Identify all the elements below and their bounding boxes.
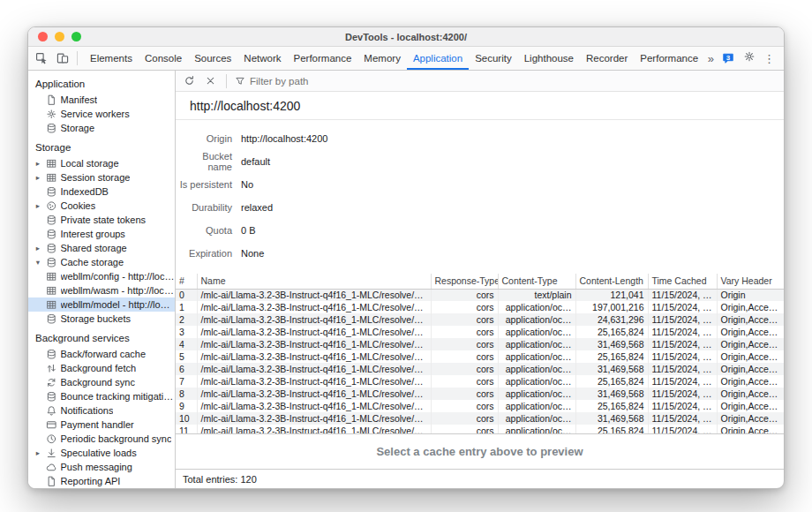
cell-response-type[interactable]: cors — [431, 289, 498, 301]
cell-content-type[interactable]: application/oc… — [498, 313, 575, 326]
cell-name[interactable]: /mlc-ai/Llama-3.2-3B-Instruct-q4f16_1-ML… — [197, 388, 431, 400]
cell-content-length[interactable]: 25,165,824 — [575, 375, 648, 388]
tab-performance-insights[interactable]: Performance insights — [634, 47, 698, 70]
tab-lighthouse[interactable]: Lighthouse — [518, 47, 580, 70]
table-row[interactable]: 2 /mlc-ai/Llama-3.2-3B-Instruct-q4f16_1-… — [176, 313, 784, 326]
sidebar-item-indexeddb[interactable]: IndexedDB — [28, 184, 175, 199]
sidebar-item-background-fetch[interactable]: Background fetch — [28, 361, 175, 375]
cell-index[interactable]: 3 — [176, 326, 197, 338]
sidebar-item-session-storage[interactable]: ▸Session storage — [28, 170, 175, 184]
cell-name[interactable]: /mlc-ai/Llama-3.2-3B-Instruct-q4f16_1-ML… — [197, 400, 431, 412]
cell-content-length[interactable]: 31,469,568 — [575, 363, 648, 375]
cell-vary-header[interactable]: Origin,Access… — [717, 350, 784, 363]
cell-name[interactable]: /mlc-ai/Llama-3.2-3B-Instruct-q4f16_1-ML… — [197, 338, 431, 350]
cell-index[interactable]: 0 — [176, 289, 197, 301]
cell-content-length[interactable]: 31,469,568 — [575, 338, 648, 350]
cell-vary-header[interactable]: Origin,Access… — [717, 301, 784, 313]
cell-index[interactable]: 4 — [176, 338, 197, 350]
sidebar-item-interest-groups[interactable]: Interest groups — [28, 227, 175, 241]
cell-index[interactable]: 1 — [176, 301, 197, 313]
sidebar-item-webllm-wasm[interactable]: webllm/wasm - http://loca… — [28, 283, 175, 297]
disclosure-arrow-icon[interactable]: ▸ — [34, 449, 42, 457]
cell-response-type[interactable]: cors — [431, 388, 498, 400]
more-tabs-chevron[interactable]: » — [708, 52, 713, 65]
table-row[interactable]: 10 /mlc-ai/Llama-3.2-3B-Instruct-q4f16_1… — [176, 412, 784, 425]
cell-vary-header[interactable]: Origin,Access… — [717, 375, 784, 388]
cell-vary-header[interactable]: Origin,Access… — [717, 412, 784, 425]
cell-index[interactable]: 11 — [176, 425, 197, 434]
cell-time-cached[interactable]: 11/15/2024, 10… — [648, 301, 717, 313]
cell-vary-header[interactable]: Origin,Access… — [717, 363, 784, 375]
table-row[interactable]: 3 /mlc-ai/Llama-3.2-3B-Instruct-q4f16_1-… — [176, 326, 784, 338]
settings-gear-icon[interactable] — [743, 50, 756, 66]
sidebar-item-push-messaging[interactable]: Push messaging — [28, 460, 175, 474]
cell-index[interactable]: 8 — [176, 388, 197, 400]
column-header-vary-header[interactable]: Vary Header — [717, 274, 784, 289]
cell-response-type[interactable]: cors — [431, 375, 498, 388]
cell-time-cached[interactable]: 11/15/2024, 10… — [648, 363, 717, 375]
close-window-button[interactable] — [38, 32, 48, 41]
cell-vary-header[interactable]: Origin,Access… — [717, 326, 784, 338]
cell-content-type[interactable]: application/oc… — [498, 375, 575, 388]
cell-response-type[interactable]: cors — [431, 412, 498, 425]
sidebar-item-webllm-model[interactable]: webllm/model - http://loc… — [28, 297, 175, 312]
column-header-content-type[interactable]: Content-Type — [498, 274, 575, 289]
refresh-icon[interactable] — [181, 73, 197, 89]
column-header-time-cached[interactable]: Time Cached — [648, 274, 717, 289]
sidebar-item-cookies[interactable]: ▸Cookies — [28, 199, 175, 213]
tab-performance[interactable]: Performance — [288, 47, 358, 70]
cell-vary-header[interactable]: Origin — [717, 289, 784, 301]
tab-network[interactable]: Network — [237, 47, 287, 70]
cell-content-length[interactable]: 31,469,568 — [575, 412, 648, 425]
zoom-window-button[interactable] — [71, 32, 81, 41]
table-row[interactable]: 8 /mlc-ai/Llama-3.2-3B-Instruct-q4f16_1-… — [176, 388, 784, 400]
table-row[interactable]: 9 /mlc-ai/Llama-3.2-3B-Instruct-q4f16_1-… — [176, 400, 784, 412]
cell-response-type[interactable]: cors — [431, 363, 498, 375]
table-row[interactable]: 4 /mlc-ai/Llama-3.2-3B-Instruct-q4f16_1-… — [176, 338, 784, 350]
cell-index[interactable]: 5 — [176, 350, 197, 363]
table-row[interactable]: 0 /mlc-ai/Llama-3.2-3B-Instruct-q4f16_1-… — [176, 289, 784, 301]
cell-content-length[interactable]: 121,041 — [575, 289, 648, 301]
sidebar-item-storage-buckets[interactable]: Storage buckets — [28, 312, 175, 326]
sidebar-item-bounce-tracking-mitigations[interactable]: Bounce tracking mitigations — [28, 389, 175, 403]
sidebar-item-storage[interactable]: Storage — [28, 121, 175, 135]
sidebar-item-cache-storage[interactable]: ▾Cache storage — [28, 255, 175, 269]
cell-content-type[interactable]: application/oc… — [498, 338, 575, 350]
cell-time-cached[interactable]: 11/15/2024, 10… — [648, 400, 717, 412]
cell-index[interactable]: 10 — [176, 412, 197, 425]
sidebar-item-periodic-background-sync[interactable]: Periodic background sync — [28, 432, 175, 446]
device-toolbar-icon[interactable] — [53, 49, 72, 67]
cell-content-type[interactable]: application/oc… — [498, 326, 575, 338]
sidebar-item-service-workers[interactable]: Service workers — [28, 107, 175, 121]
cell-response-type[interactable]: cors — [431, 338, 498, 350]
delete-selected-icon[interactable] — [202, 73, 218, 89]
cell-content-type[interactable]: application/oc… — [498, 350, 575, 363]
minimize-window-button[interactable] — [55, 32, 64, 41]
cell-content-length[interactable]: 25,165,824 — [575, 350, 648, 363]
table-row[interactable]: 1 /mlc-ai/Llama-3.2-3B-Instruct-q4f16_1-… — [176, 301, 784, 313]
cell-index[interactable]: 9 — [176, 400, 197, 412]
cell-time-cached[interactable]: 11/15/2024, 10… — [648, 289, 717, 301]
cell-vary-header[interactable]: Origin,Access… — [717, 388, 784, 400]
cell-content-length[interactable]: 197,001,216 — [575, 301, 648, 313]
sidebar-item-payment-handler[interactable]: Payment handler — [28, 418, 175, 432]
cell-time-cached[interactable]: 11/15/2024, 10… — [648, 338, 717, 350]
cell-content-type[interactable]: application/oc… — [498, 301, 575, 313]
cell-content-type[interactable]: application/oc… — [498, 412, 575, 425]
table-row[interactable]: 5 /mlc-ai/Llama-3.2-3B-Instruct-q4f16_1-… — [176, 350, 784, 363]
cell-response-type[interactable]: cors — [431, 400, 498, 412]
sidebar-item-shared-storage[interactable]: ▸Shared storage — [28, 241, 175, 255]
inspect-element-icon[interactable] — [32, 49, 51, 67]
cell-name[interactable]: /mlc-ai/Llama-3.2-3B-Instruct-q4f16_1-ML… — [197, 326, 431, 338]
cell-time-cached[interactable]: 11/15/2024, 10… — [648, 412, 717, 425]
sidebar-item-back-forward-cache[interactable]: Back/forward cache — [28, 347, 175, 361]
cell-content-length[interactable]: 31,469,568 — [575, 388, 648, 400]
table-row[interactable]: 6 /mlc-ai/Llama-3.2-3B-Instruct-q4f16_1-… — [176, 363, 784, 375]
sidebar-item-background-sync[interactable]: Background sync — [28, 375, 175, 389]
cell-name[interactable]: /mlc-ai/Llama-3.2-3B-Instruct-q4f16_1-ML… — [197, 313, 431, 326]
tab-recorder[interactable]: Recorder — [580, 47, 634, 70]
cell-content-length[interactable]: 25,165,824 — [575, 326, 648, 338]
tab-memory[interactable]: Memory — [357, 47, 407, 70]
cell-response-type[interactable]: cors — [431, 350, 498, 363]
tab-application[interactable]: Application — [407, 47, 469, 70]
